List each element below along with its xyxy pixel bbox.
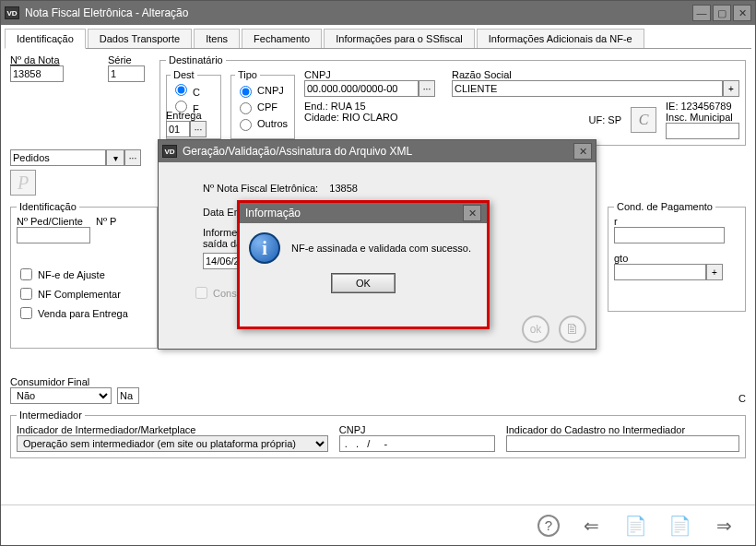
cond-r-input[interactable]: [614, 227, 725, 243]
ind-intermed-label: Indicador de Intermediador/Marketplace: [17, 424, 328, 435]
entrega-input[interactable]: [166, 121, 190, 137]
msg-text: NF-e assinada e validada com sucesso.: [291, 243, 471, 254]
intermediador-legend: Intermediador: [17, 410, 85, 421]
help-icon[interactable]: ?: [537, 515, 560, 537]
tab-adicionais[interactable]: Informações Adicionais da NF-e: [477, 29, 644, 48]
razao-label: Razão Social: [452, 69, 739, 80]
intermediador-group: Intermediador Indicador de Intermediador…: [10, 410, 746, 458]
xml-doc-cancel-icon[interactable]: 🗎: [559, 315, 586, 343]
cond-gto-plus-button[interactable]: +: [706, 264, 723, 280]
tipo-outros-radio[interactable]: Outros: [235, 116, 290, 131]
destinatario-group: Destinatário Dest C F Tipo CNPJ CPF Outr…: [159, 54, 746, 146]
bottom-toolbar: ? ⇐ 📄 📄 ⇒: [1, 504, 755, 545]
dest-label: Dest: [171, 69, 197, 80]
serie-label: Série: [108, 54, 154, 65]
r-label: r: [614, 216, 739, 227]
intermed-cad-label: Indicador do Cadastro no Intermediador: [506, 424, 739, 435]
cond-pagamento-group: Cond. de Pagamento r gto +: [608, 201, 746, 312]
doc1-icon[interactable]: 📄: [622, 513, 648, 539]
intermed-cad-input[interactable]: [506, 435, 739, 452]
ck-ajuste[interactable]: NF-e de Ajuste: [17, 266, 151, 283]
tipo-cnpj-radio[interactable]: CNPJ: [235, 83, 290, 98]
endereco-text: End.: RUA 15: [304, 101, 443, 112]
back-icon[interactable]: ⇐: [578, 513, 604, 539]
xml-title: Geração/Validação/Assinatura do Arquivo …: [183, 145, 412, 158]
dest-c-radio[interactable]: C: [171, 87, 200, 98]
identificacao-group: Identificação Nº Ped/Cliente Nº P NF-e d…: [10, 201, 158, 349]
cond-gto-input[interactable]: [614, 264, 706, 280]
np-label: Nº P: [96, 216, 116, 227]
info-message-box: Informação ✕ i NF-e assinada e validada …: [237, 200, 490, 329]
destinatario-legend: Destinatário: [166, 54, 226, 65]
msg-body: i NF-e assinada e validada com sucesso.: [240, 223, 487, 273]
pedidos-dropdown-button[interactable]: ▾: [106, 149, 124, 166]
xml-close-button[interactable]: ✕: [573, 143, 592, 160]
msg-titlebar: Informação ✕: [240, 203, 487, 223]
entrega-label: Entrega: [166, 110, 207, 121]
window-title: Nota Fiscal Eletrônica - Alteração: [25, 6, 188, 19]
cidade-text: Cidade: RIO CLARO: [304, 112, 443, 123]
cnpj-label: CNPJ: [304, 69, 443, 80]
xml-badge: VD: [162, 145, 177, 158]
minimize-button[interactable]: —: [692, 5, 711, 21]
app-badge: VD: [5, 6, 19, 19]
doc2-icon[interactable]: 📄: [667, 513, 692, 539]
tipo-label: Tipo: [235, 69, 260, 80]
tab-ssfiscal[interactable]: Informações para o SSfiscal: [324, 29, 475, 48]
ie-text: IE: 123456789: [666, 101, 739, 112]
entrega-lookup-button[interactable]: ···: [190, 121, 207, 137]
na-input[interactable]: [117, 387, 139, 404]
ck-venda-entrega[interactable]: Venda para Entrega: [17, 304, 151, 322]
tipo-cpf-radio[interactable]: CPF: [235, 100, 290, 114]
num-nota-input[interactable]: [10, 65, 64, 82]
num-nota-label: Nº da Nota: [10, 54, 102, 65]
next-icon[interactable]: ⇒: [711, 513, 737, 539]
ped-cliente-input[interactable]: [17, 227, 90, 243]
cnpj-input[interactable]: [304, 80, 419, 97]
pedidos-lookup-button[interactable]: ···: [124, 149, 141, 166]
gto-label: gto: [614, 253, 739, 264]
tipo-box: Tipo CNPJ CPF Outros: [230, 69, 295, 139]
razao-plus-button[interactable]: +: [723, 80, 739, 97]
xml-nf-value: 13858: [329, 183, 358, 194]
cond-pagamento-legend: Cond. de Pagamento: [614, 201, 715, 212]
close-button[interactable]: ✕: [733, 5, 751, 21]
intermed-cnpj-input[interactable]: [339, 435, 495, 452]
insc-mun-input[interactable]: [666, 123, 739, 139]
cnpj-lookup-button[interactable]: ···: [419, 80, 435, 97]
ind-intermed-select[interactable]: Operação sem intermediador (em site ou p…: [17, 435, 328, 452]
tab-itens[interactable]: Itens: [194, 29, 240, 48]
pedidos-input[interactable]: [10, 149, 106, 166]
xml-nf-label: Nº Nota Fiscal Eletrônica:: [203, 183, 318, 194]
msg-close-button[interactable]: ✕: [463, 205, 481, 221]
xml-ok-button[interactable]: ok: [522, 315, 549, 343]
identificacao-legend: Identificação: [17, 201, 79, 212]
insc-mun-label: Insc. Municipal: [666, 112, 739, 123]
serie-input[interactable]: [108, 65, 145, 82]
consumidor-label: Consumidor Final: [10, 376, 112, 387]
maximize-button[interactable]: ▢: [713, 5, 731, 21]
ck-complementar[interactable]: NF Complementar: [17, 285, 151, 303]
msg-ok-button[interactable]: OK: [331, 273, 396, 293]
consumidor-select[interactable]: Não: [10, 387, 112, 404]
razao-input[interactable]: [452, 80, 723, 97]
tab-dados-transporte[interactable]: Dados Transporte: [88, 29, 192, 48]
tab-fechamento[interactable]: Fechamento: [242, 29, 322, 48]
titlebar: VD Nota Fiscal Eletrônica - Alteração — …: [1, 1, 755, 25]
tab-identificacao[interactable]: Identificação: [5, 29, 86, 49]
msg-title: Informação: [245, 207, 301, 220]
info-icon: i: [249, 232, 280, 264]
c-button[interactable]: C: [631, 107, 656, 133]
ped-cliente-label: Nº Ped/Cliente: [17, 216, 90, 227]
main-window: VD Nota Fiscal Eletrônica - Alteração — …: [0, 0, 756, 546]
xml-titlebar: VD Geração/Validação/Assinatura do Arqui…: [159, 140, 596, 162]
uf-text: UF: SP: [589, 114, 621, 125]
c-label: C: [738, 393, 746, 404]
intermed-cnpj-label: CNPJ: [339, 424, 495, 435]
p-button[interactable]: P: [10, 170, 36, 196]
xml-bottom-buttons: ok 🗎: [522, 315, 586, 343]
tab-bar: Identificação Dados Transporte Itens Fec…: [5, 29, 751, 49]
